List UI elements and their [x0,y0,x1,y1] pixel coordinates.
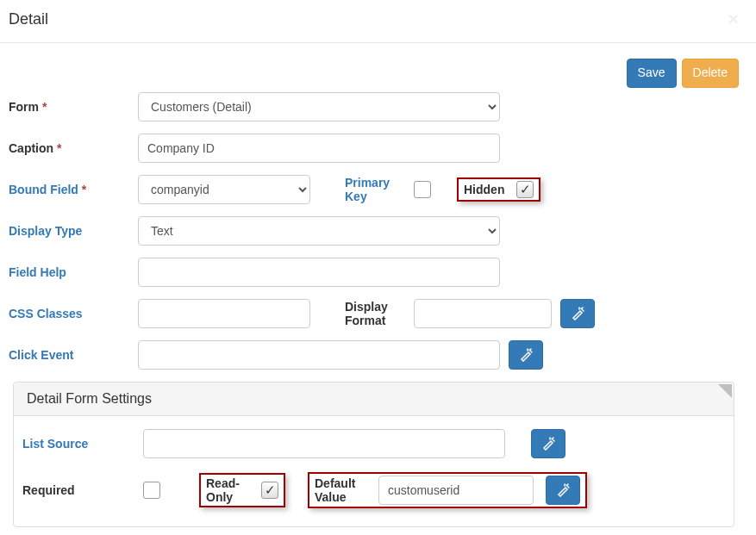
label-hidden: Hidden [464,183,504,196]
dialog-header: Detail × [0,0,756,43]
label-display-format: Display Format [345,300,405,327]
label-bound-field[interactable]: Bound Field * [9,183,138,196]
label-caption: Caption * [9,141,138,155]
label-primary-key[interactable]: Primary Key [345,176,405,203]
click-event-wizard-button[interactable] [509,340,543,370]
caption-input[interactable] [138,134,500,163]
hidden-checkbox[interactable]: ✓ [516,181,534,198]
delete-button[interactable]: Delete [682,59,739,88]
default-value-highlight: Default Value [308,472,587,508]
form-body: Form * Customers (Detail) Caption * Boun… [0,88,756,535]
field-help-input[interactable] [138,258,500,287]
css-classes-input[interactable] [138,299,310,328]
display-format-input[interactable] [414,299,552,328]
page-title: Detail [9,10,48,28]
label-click-event[interactable]: Click Event [9,348,138,362]
label-default-value: Default Value [315,476,366,504]
label-display-type[interactable]: Display Type [9,224,138,238]
read-only-checkbox[interactable]: ✓ [261,482,278,499]
save-button[interactable]: Save [627,59,677,88]
detail-form-settings-panel: Detail Form Settings List Source Require… [13,382,734,527]
magic-wand-icon [571,307,584,320]
hidden-highlight: Hidden ✓ [457,177,540,202]
bound-field-select[interactable]: companyid [138,175,310,204]
magic-wand-icon [519,348,533,362]
scroll-indicator [718,384,732,398]
label-read-only: Read-Only [206,476,249,504]
display-type-select[interactable]: Text [138,216,500,246]
action-bar: Save Delete [0,43,756,88]
magic-wand-icon [541,437,555,451]
panel-heading: Detail Form Settings [14,383,734,416]
list-source-input[interactable] [143,429,505,458]
list-source-wizard-button[interactable] [531,429,565,458]
display-format-wizard-button[interactable] [560,299,595,328]
label-list-source[interactable]: List Source [22,437,143,451]
label-field-help[interactable]: Field Help [9,265,138,279]
label-required: Required [22,483,143,497]
label-css-classes[interactable]: CSS Classes [9,307,138,320]
default-value-input[interactable] [378,476,534,505]
form-select[interactable]: Customers (Detail) [138,92,500,121]
close-icon[interactable]: × [728,9,739,29]
default-value-wizard-button[interactable] [546,476,580,505]
magic-wand-icon [556,483,570,497]
required-checkbox[interactable] [143,482,160,499]
primary-key-checkbox[interactable] [414,181,431,198]
click-event-input[interactable] [138,340,500,370]
read-only-highlight: Read-Only ✓ [199,473,285,507]
label-form: Form * [9,100,138,114]
